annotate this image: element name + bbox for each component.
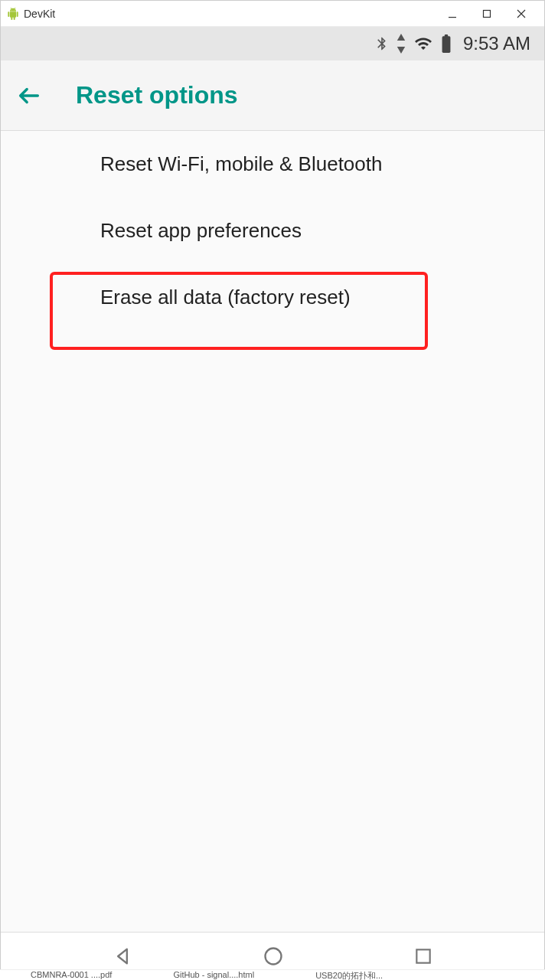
status-time: 9:53 AM — [463, 33, 530, 54]
nav-recent-icon[interactable] — [413, 946, 433, 966]
svg-rect-0 — [449, 17, 456, 18]
app-window: DevKit 9:53 AM — [0, 0, 545, 980]
window-titlebar: DevKit — [1, 1, 544, 27]
nav-back-icon[interactable] — [112, 946, 133, 967]
taskbar-item: CBMNRA-0001 ....pdf — [0, 970, 142, 980]
back-arrow-icon[interactable] — [16, 83, 42, 109]
taskbar-item: USB20的拓扑和... — [285, 970, 413, 980]
svg-rect-3 — [445, 34, 448, 37]
svg-point-4 — [265, 948, 281, 964]
bluetooth-icon — [374, 34, 390, 54]
window-title: DevKit — [24, 8, 430, 20]
content-area: Reset Wi-Fi, mobile & Bluetooth Reset ap… — [1, 131, 544, 932]
minimize-button[interactable] — [435, 2, 469, 25]
reset-app-preferences[interactable]: Reset app preferences — [1, 198, 544, 264]
battery-icon — [440, 34, 452, 54]
nav-home-icon[interactable] — [263, 946, 284, 967]
erase-all-data-factory-reset[interactable]: Erase all data (factory reset) — [1, 264, 544, 331]
maximize-button[interactable] — [469, 2, 504, 25]
taskbar-item: GitHub - signal....html — [142, 970, 285, 980]
status-bar: 9:53 AM — [1, 27, 544, 60]
svg-rect-5 — [417, 949, 430, 962]
android-icon — [7, 8, 19, 20]
svg-rect-2 — [442, 36, 451, 53]
close-button[interactable] — [504, 2, 538, 25]
wifi-icon — [413, 34, 434, 53]
option-label: Reset Wi-Fi, mobile & Bluetooth — [100, 152, 382, 175]
host-taskbar-peek: CBMNRA-0001 ....pdf GitHub - signal....h… — [0, 969, 545, 980]
page-title: Reset options — [76, 81, 238, 109]
option-label: Reset app preferences — [100, 219, 302, 242]
svg-rect-1 — [483, 10, 490, 17]
app-bar: Reset options — [1, 60, 544, 131]
data-icon — [396, 34, 406, 54]
reset-wifi-mobile-bluetooth[interactable]: Reset Wi-Fi, mobile & Bluetooth — [1, 131, 544, 198]
option-label: Erase all data (factory reset) — [100, 286, 351, 309]
window-controls — [435, 2, 538, 25]
